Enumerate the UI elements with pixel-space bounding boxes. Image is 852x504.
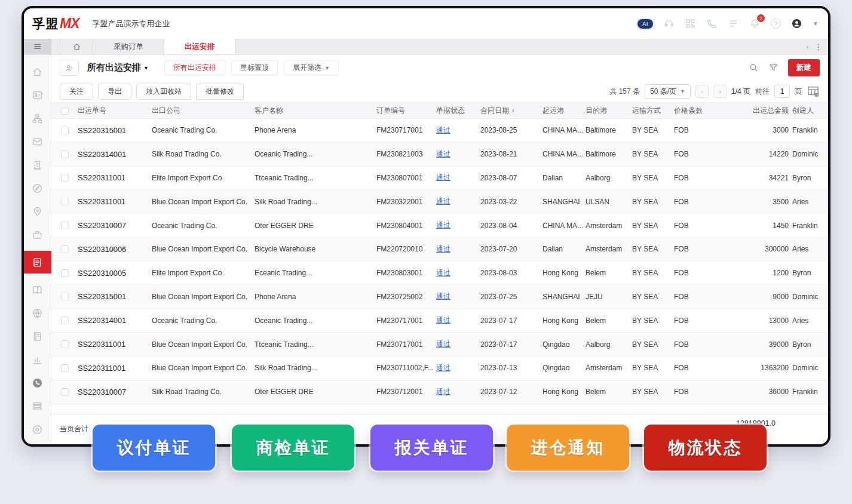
help-icon[interactable]: ? (771, 19, 781, 29)
col-header-export-company[interactable]: 出口公司 (152, 106, 255, 116)
export-button[interactable]: 导出 (98, 84, 131, 100)
col-header-loading-port[interactable]: 起运港 (543, 106, 586, 116)
sidebar-building-icon[interactable] (24, 158, 51, 172)
sidebar-globe-icon[interactable] (24, 306, 51, 320)
table-row[interactable]: SS220311001 Blue Ocean Import Export Co.… (51, 357, 828, 380)
recycle-bin-button[interactable]: 放入回收站 (136, 84, 191, 100)
col-header-ship-no[interactable]: 出运单号 (78, 106, 152, 116)
home-tab[interactable] (60, 39, 93, 54)
view-switcher-button[interactable] (60, 60, 79, 76)
search-icon[interactable] (749, 63, 759, 73)
pill-starred-top[interactable]: 星标置顶 (231, 60, 278, 75)
bell-icon[interactable]: 2 (749, 18, 761, 29)
status-link[interactable]: 通过 (436, 269, 450, 277)
table-row[interactable]: SS220310005 Elite Import Export Co. Ecea… (51, 262, 828, 285)
goto-page-input[interactable] (774, 85, 790, 98)
tab-purchase-orders[interactable]: 采购订单 (93, 39, 164, 54)
phone-icon[interactable] (706, 18, 718, 29)
sidebar-chart-icon[interactable] (24, 352, 51, 367)
chevron-down-icon[interactable]: ▼ (813, 20, 819, 27)
table-row[interactable]: SS220311001 Blue Ocean Import Export Co.… (51, 333, 828, 357)
table-row[interactable]: SS220310007 Oceanic Trading Co. Oter EGG… (51, 214, 828, 238)
col-header-order-no[interactable]: 订单编号 (376, 106, 436, 116)
pill-all-shipments[interactable]: 所有出运安排 (164, 60, 225, 75)
row-checkbox[interactable] (61, 388, 69, 396)
row-checkbox[interactable] (61, 198, 69, 205)
tab-shipping-arrangement[interactable]: 出运安排 (164, 39, 235, 54)
tab-scroll-icon[interactable]: ‹ (807, 44, 808, 50)
sidebar-book-icon[interactable] (24, 282, 51, 297)
row-checkbox[interactable] (61, 293, 69, 300)
col-header-destination-port[interactable]: 目的港 (586, 106, 632, 116)
menu-toggle-button[interactable] (24, 39, 51, 54)
scan-qr-icon[interactable] (685, 18, 696, 29)
table-row[interactable]: SS220311001 Blue Ocean Import Export Co.… (51, 190, 828, 214)
next-page-button[interactable]: › (713, 85, 727, 98)
view-caret-icon[interactable]: ▼ (143, 65, 149, 71)
table-row[interactable]: SS220310007 Silk Road Trading Co. Oter E… (51, 380, 828, 404)
task-list-icon[interactable] (728, 18, 739, 29)
create-new-button[interactable]: 新建 (788, 59, 820, 76)
status-link[interactable]: 通过 (436, 292, 450, 300)
col-header-price-terms[interactable]: 价格条款 (674, 106, 724, 116)
row-checkbox[interactable] (61, 364, 69, 372)
ai-assistant-button[interactable]: AI (638, 19, 653, 29)
select-all-checkbox[interactable] (61, 107, 69, 115)
table-row[interactable]: SS220310006 Blue Ocean Import Export Co.… (51, 238, 828, 262)
status-link[interactable]: 通过 (436, 150, 450, 158)
status-link[interactable]: 通过 (436, 316, 450, 324)
row-checkbox[interactable] (61, 222, 69, 229)
status-link[interactable]: 通过 (436, 221, 450, 229)
table-row[interactable]: SS220311001 Elite Import Export Co. Ttce… (51, 167, 828, 190)
table-row[interactable]: SS220314001 Silk Road Trading Co. Oceani… (51, 143, 828, 167)
row-checkbox[interactable] (61, 340, 69, 348)
sidebar-mail-icon[interactable] (24, 134, 51, 149)
sidebar-briefcase-icon[interactable] (24, 228, 51, 242)
inspection-docs-button[interactable]: 商检单证 (232, 425, 354, 471)
sidebar-notebook-icon[interactable] (24, 329, 51, 343)
table-row[interactable]: SS220315001 Oceanic Trading Co. Phone Ar… (51, 119, 828, 143)
row-checkbox[interactable] (61, 150, 69, 158)
filter-funnel-icon[interactable] (768, 63, 779, 73)
logistics-status-button[interactable]: 物流状态 (644, 425, 767, 471)
col-header-transport-mode[interactable]: 运输方式 (632, 106, 674, 116)
col-header-customer[interactable]: 客户名称 (255, 106, 376, 116)
col-header-creator[interactable]: 创建人 (792, 106, 828, 116)
status-link[interactable]: 通过 (436, 388, 450, 396)
table-row[interactable]: SS220314001 Oceanic Trading Co. Oceanic … (51, 309, 828, 333)
headset-icon[interactable] (663, 18, 675, 29)
col-header-total-amount[interactable]: 出运总金额 (724, 106, 792, 116)
row-checkbox[interactable] (61, 245, 69, 253)
sidebar-org-flow-icon[interactable] (24, 111, 51, 125)
col-header-contract-date[interactable]: 合同日期▲▼ (480, 106, 543, 116)
column-settings-icon[interactable] (807, 85, 820, 97)
page-size-select[interactable]: 50 条/页▼ (645, 84, 691, 99)
batch-edit-button[interactable]: 批量修改 (196, 84, 244, 100)
status-link[interactable]: 通过 (436, 173, 450, 182)
row-checkbox[interactable] (61, 127, 69, 134)
status-link[interactable]: 通过 (436, 126, 450, 134)
sidebar-location-icon[interactable] (24, 204, 51, 219)
follow-button[interactable]: 关注 (60, 84, 93, 100)
sidebar-shipping-doc-icon-active[interactable] (24, 251, 51, 273)
status-link[interactable]: 通过 (436, 364, 450, 372)
status-link[interactable]: 通过 (436, 245, 450, 253)
sort-icon[interactable]: ▲▼ (511, 108, 515, 113)
row-checkbox[interactable] (61, 174, 69, 182)
pill-expand-filter[interactable]: 展开筛选▼ (284, 60, 339, 75)
status-link[interactable]: 通过 (436, 340, 450, 348)
warehouse-notice-button[interactable]: 进仓通知 (507, 425, 629, 471)
sidebar-contacts-icon[interactable] (24, 88, 51, 102)
col-header-status[interactable]: 单据状态 (436, 106, 480, 116)
prev-page-button[interactable]: ‹ (695, 85, 709, 98)
status-link[interactable]: 通过 (436, 197, 450, 205)
sidebar-phone-support-icon[interactable] (24, 376, 51, 390)
tab-more-icon[interactable]: ⋮ (814, 42, 822, 51)
table-row[interactable]: SS220315001 Blue Ocean Import Export Co.… (51, 285, 828, 309)
row-checkbox[interactable] (61, 316, 69, 324)
row-checkbox[interactable] (61, 269, 69, 277)
customs-docs-button[interactable]: 报关单证 (370, 425, 493, 471)
user-avatar[interactable] (791, 18, 802, 29)
sidebar-compass-icon[interactable] (24, 181, 51, 195)
sidebar-stack-icon[interactable] (24, 399, 51, 413)
